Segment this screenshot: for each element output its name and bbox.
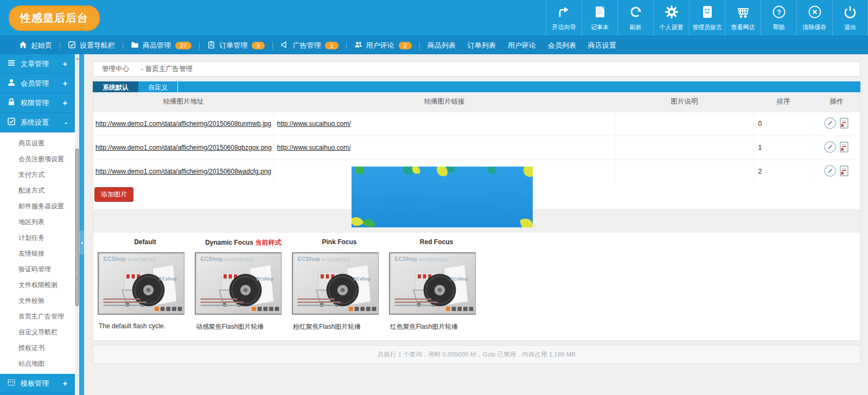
submenu-item[interactable]: 验证码管理: [0, 262, 75, 277]
expand-icon[interactable]: +: [62, 98, 67, 107]
nav-item-navbar-settings[interactable]: 设置导航栏: [62, 41, 121, 50]
collapse-sidebar-handle[interactable]: ◂: [79, 231, 84, 254]
col-header-image-url: 轮播图片地址: [93, 92, 273, 112]
submenu-item[interactable]: 自定义导航栏: [0, 324, 75, 340]
scrollbar-thumb[interactable]: [75, 149, 79, 306]
sidebar-section-system[interactable]: 系统设置 -: [0, 113, 75, 132]
refresh-button[interactable]: 刷新: [617, 0, 653, 36]
nav-item-shop-settings[interactable]: 商店设置: [582, 41, 622, 50]
style-option-dynamic-focus: Dynamic Focus当前样式 动感聚焦Flash图片轮播: [195, 238, 292, 340]
submenu-item[interactable]: 会员注册项设置: [0, 151, 75, 167]
submenu-item[interactable]: 文件校验: [0, 293, 75, 309]
submenu-item[interactable]: 友情链接: [0, 246, 75, 262]
nav-separator: [60, 42, 60, 49]
expand-icon[interactable]: +: [62, 379, 67, 388]
ecshop-preview-thumbnail[interactable]: [195, 252, 282, 315]
tab-system-default[interactable]: 系统默认: [93, 81, 138, 92]
ecshop-preview-thumbnail[interactable]: [292, 252, 379, 315]
style-option-red-focus: Red Focus 红色聚焦Flash图片轮播: [389, 238, 486, 340]
ecshop-preview-thumbnail[interactable]: [98, 252, 184, 315]
refresh-icon: [629, 5, 643, 23]
style-title: Red Focus: [420, 238, 453, 246]
image-url-link[interactable]: http://www.demo1.com/data/afficheimg/201…: [95, 168, 271, 175]
admin-message-button[interactable]: 管理员留言: [689, 0, 725, 36]
nav-item-user-comment-list[interactable]: 用户评论: [502, 41, 542, 50]
breadcrumb-root[interactable]: 管理中心: [102, 65, 129, 74]
logout-button[interactable]: 退出: [832, 0, 868, 36]
target-link[interactable]: http://www.sucaihuo.com/: [277, 144, 351, 151]
comments-count-badge: 2: [399, 42, 412, 49]
footer-stats-bar: 共执行 1 个查询，用时 0.005000 秒，Gzip 已禁用，内存占用 1.…: [93, 345, 860, 364]
nav-item-order-list[interactable]: 订单列表: [462, 41, 502, 50]
submenu-item[interactable]: 支付方式: [0, 167, 75, 183]
megaphone-icon: [280, 41, 292, 50]
description-cell: [615, 136, 754, 160]
notepad-button[interactable]: 记事本: [582, 0, 617, 36]
view-store-button[interactable]: 查看网店: [725, 0, 761, 36]
breadcrumb: 管理中心 - 首页主广告管理: [93, 61, 860, 77]
add-image-button[interactable]: 添加图片: [94, 187, 133, 202]
carousel-image-preview: [352, 167, 533, 227]
submenu-item[interactable]: 地区列表: [0, 214, 75, 230]
header-action-bar: 开店向导 记事本 刷新 个人设置 管理员留言 查看网店 ? 帮助 清除缓存: [546, 0, 868, 36]
table-row: http://www.demo1.com/data/afficheimg/201…: [93, 136, 860, 160]
style-title: Pink Focus: [322, 238, 356, 246]
description-cell: [615, 160, 754, 183]
sidebar-splitter[interactable]: ◂: [79, 54, 84, 395]
target-link[interactable]: http://www.sucaihuo.com/: [277, 120, 351, 128]
style-title: Dynamic Focus: [205, 239, 253, 246]
edit-icon[interactable]: [824, 165, 836, 179]
sidebar-section-permissions[interactable]: 权限管理 +: [0, 93, 75, 113]
style-caption: The default flash cycle.: [99, 322, 195, 330]
submenu-item[interactable]: 站点地图: [0, 356, 75, 372]
col-header-actions: 操作: [813, 92, 860, 112]
delete-icon[interactable]: [839, 165, 849, 178]
wizard-arrow-icon: [557, 5, 571, 23]
submenu-item[interactable]: 配送方式: [0, 183, 75, 199]
edit-icon[interactable]: [824, 141, 836, 155]
expand-icon[interactable]: +: [62, 79, 67, 88]
expand-icon[interactable]: +: [62, 59, 67, 68]
edit-icon[interactable]: [824, 117, 836, 131]
help-icon: ?: [772, 5, 786, 23]
help-button[interactable]: ? 帮助: [761, 0, 796, 36]
submenu-item[interactable]: 文件权限检测: [0, 277, 75, 293]
nav-item-goods-list[interactable]: 商品列表: [422, 41, 462, 50]
submenu-item[interactable]: 邮件服务器设置: [0, 199, 75, 214]
sidebar-section-templates[interactable]: 模板管理 +: [0, 374, 75, 393]
submenu-item[interactable]: 商店设置: [0, 136, 75, 151]
nav-item-orders[interactable]: 订单管理 9: [201, 41, 271, 50]
image-url-link[interactable]: http://www.demo1.com/data/afficheimg/201…: [95, 144, 272, 151]
submenu-item-home-ads[interactable]: 首页主广告管理: [0, 309, 75, 324]
submenu-item[interactable]: 计划任务: [0, 230, 75, 246]
nav-item-ads[interactable]: 广告管理 1: [275, 41, 344, 50]
sidebar-section-members[interactable]: 会员管理 +: [0, 74, 75, 93]
sidebar-scrollbar[interactable]: ▲ ≡: [75, 54, 79, 395]
style-option-pink-focus: Pink Focus 粉红聚焦Flash图片轮播: [292, 238, 389, 340]
nav-item-home[interactable]: 起始页: [13, 41, 58, 50]
notepad-icon: [593, 5, 607, 23]
delete-icon[interactable]: [839, 118, 849, 130]
tab-custom[interactable]: 自定义: [138, 81, 178, 92]
delete-icon[interactable]: [839, 142, 849, 154]
nav-item-member-list[interactable]: 会员列表: [542, 41, 582, 50]
article-list-icon: [0, 59, 21, 69]
scrollbar-grip-icon: ≡: [75, 278, 78, 279]
nav-item-user-comments[interactable]: 用户评论 2: [348, 41, 418, 50]
personal-settings-button[interactable]: 个人设置: [653, 0, 689, 36]
collapse-icon[interactable]: -: [65, 118, 67, 127]
style-option-default: Default The default flash cycle.: [98, 238, 195, 340]
submenu-item[interactable]: 授权证书: [0, 340, 75, 356]
system-checkbox-icon: [0, 117, 21, 128]
ecshop-preview-thumbnail[interactable]: [389, 252, 476, 315]
shop-wizard-button[interactable]: 开店向导: [546, 0, 582, 36]
scroll-up-arrow-icon[interactable]: ▲: [75, 56, 79, 60]
top-header: 性感皇后后台 开店向导 记事本 刷新 个人设置 管理员留言 查看网店 ? 帮助: [0, 0, 868, 36]
nav-separator: [272, 42, 273, 49]
nav-item-goods[interactable]: 商品管理 27: [125, 41, 197, 50]
lock-icon: [0, 98, 21, 108]
clear-cache-button[interactable]: 清除缓存: [796, 0, 832, 36]
main-navbar: 起始页 设置导航栏 商品管理 27 订单管理 9 广告管理 1 用户评论 2 商…: [0, 36, 868, 54]
sidebar-section-articles[interactable]: 文章管理 +: [0, 54, 75, 74]
image-url-link[interactable]: http://www.demo1.com/data/afficheimg/201…: [95, 120, 271, 128]
